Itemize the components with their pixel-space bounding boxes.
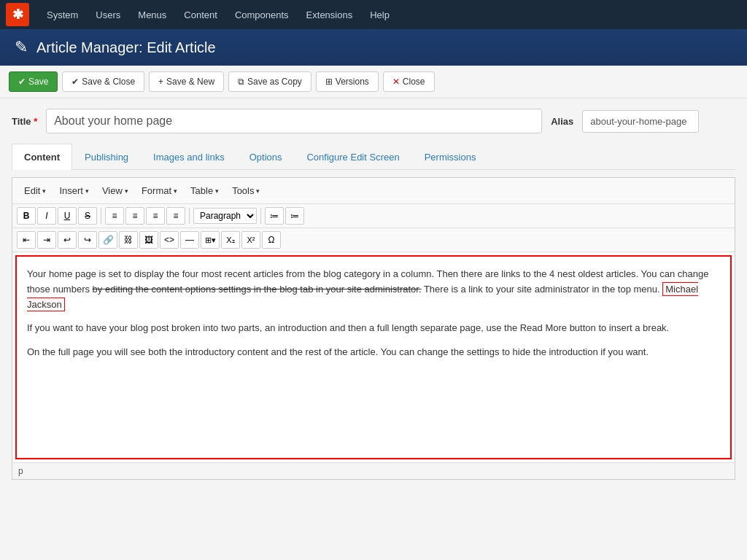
editor-toolbar-row1: B I U S ≡ ≡ ≡ ≡ Paragraph Heading 1 Head… bbox=[12, 204, 735, 228]
tools-menu-chevron: ▾ bbox=[256, 187, 260, 195]
indent-left-button[interactable]: ⇤ bbox=[17, 231, 36, 249]
edit-menu-chevron: ▾ bbox=[42, 187, 46, 195]
insert-menu-chevron: ▾ bbox=[85, 187, 89, 195]
redo-button[interactable]: ↪ bbox=[78, 231, 97, 249]
nav-help[interactable]: Help bbox=[361, 0, 398, 29]
nav-components[interactable]: Components bbox=[226, 0, 298, 29]
save-copy-button[interactable]: ⧉ Save as Copy bbox=[228, 71, 311, 92]
toolbar-sep-2 bbox=[189, 208, 190, 224]
page-header: ✎ Article Manager: Edit Article bbox=[0, 29, 747, 66]
content-area: Title * Alias Content Publishing Images … bbox=[0, 98, 747, 490]
format-menu-chevron: ▾ bbox=[174, 187, 177, 195]
editor-statusbar: p bbox=[12, 462, 735, 479]
superscript-button[interactable]: X² bbox=[241, 231, 260, 249]
alias-label: Alias bbox=[551, 116, 573, 127]
save-copy-label: Save as Copy bbox=[247, 77, 302, 87]
save-icon: ✔ bbox=[18, 77, 26, 87]
editor-paragraph-2: If you want to have your blog post broke… bbox=[27, 321, 720, 336]
italic-button[interactable]: I bbox=[37, 207, 56, 225]
undo-button[interactable]: ↩ bbox=[58, 231, 77, 249]
unlink-button[interactable]: ⛓ bbox=[119, 231, 138, 249]
unordered-list-button[interactable]: ≔ bbox=[265, 207, 284, 225]
toolbar-sep-3 bbox=[260, 208, 261, 224]
toolbar: ✔ Save ✔ Save & Close + Save & New ⧉ Sav… bbox=[0, 66, 747, 98]
editor-body[interactable]: Your home page is set to display the fou… bbox=[15, 255, 732, 459]
tab-content[interactable]: Content bbox=[12, 144, 72, 170]
tab-options[interactable]: Options bbox=[237, 144, 295, 170]
align-right-button[interactable]: ≡ bbox=[146, 207, 165, 225]
close-label: Close bbox=[403, 77, 425, 87]
editor-menu-format[interactable]: Format ▾ bbox=[136, 182, 183, 199]
save-close-button[interactable]: ✔ Save & Close bbox=[62, 71, 144, 92]
joomla-logo: ✱ bbox=[6, 3, 29, 26]
tab-publishing[interactable]: Publishing bbox=[72, 144, 141, 170]
editor-menu-tools[interactable]: Tools ▾ bbox=[226, 182, 266, 199]
editor-menu-edit[interactable]: Edit ▾ bbox=[18, 182, 52, 199]
nav-users[interactable]: Users bbox=[87, 0, 129, 29]
bold-button[interactable]: B bbox=[17, 207, 36, 225]
edit-icon: ✎ bbox=[15, 38, 28, 57]
strikethrough-text: by editing the content options settings … bbox=[93, 284, 422, 295]
editor-menu-view[interactable]: View ▾ bbox=[96, 182, 134, 199]
link-button[interactable]: 🔗 bbox=[98, 231, 117, 249]
hr-button[interactable]: — bbox=[180, 231, 199, 249]
indent-right-button[interactable]: ⇥ bbox=[37, 231, 56, 249]
nav-content[interactable]: Content bbox=[175, 0, 226, 29]
image-button[interactable]: 🖼 bbox=[139, 231, 158, 249]
versions-icon: ⊞ bbox=[325, 77, 333, 87]
editor-menubar: Edit ▾ Insert ▾ View ▾ Format ▾ Table ▾ … bbox=[12, 178, 735, 204]
strikethrough-button[interactable]: S bbox=[78, 207, 97, 225]
nav-extensions[interactable]: Extensions bbox=[298, 0, 362, 29]
table-insert-button[interactable]: ⊞▾ bbox=[201, 231, 220, 249]
special-chars-button[interactable]: Ω bbox=[262, 231, 281, 249]
nav-system[interactable]: System bbox=[38, 0, 87, 29]
title-label: Title * bbox=[12, 116, 37, 127]
save-new-label: Save & New bbox=[166, 77, 214, 87]
editor-container: Edit ▾ Insert ▾ View ▾ Format ▾ Table ▾ … bbox=[12, 177, 735, 480]
save-new-button[interactable]: + Save & New bbox=[149, 71, 224, 92]
alias-input[interactable] bbox=[582, 110, 699, 133]
editor-paragraph-3: On the full page you will see both the i… bbox=[27, 345, 720, 360]
close-icon: ✕ bbox=[392, 77, 400, 87]
editor-toolbar-row2: ⇤ ⇥ ↩ ↪ 🔗 ⛓ 🖼 <> — ⊞▾ X₂ X² Ω bbox=[12, 228, 735, 252]
save-new-icon: + bbox=[158, 77, 163, 87]
paragraph-select[interactable]: Paragraph Heading 1 Heading 2 bbox=[193, 208, 257, 224]
table-menu-chevron: ▾ bbox=[215, 187, 219, 195]
editor-menu-insert[interactable]: Insert ▾ bbox=[53, 182, 95, 199]
save-button[interactable]: ✔ Save bbox=[9, 71, 58, 92]
top-navigation: ✱ System Users Menus Content Components … bbox=[0, 0, 747, 29]
tab-permissions[interactable]: Permissions bbox=[412, 144, 489, 170]
align-left-button[interactable]: ≡ bbox=[105, 207, 124, 225]
editor-menu-table[interactable]: Table ▾ bbox=[185, 182, 225, 199]
editor-paragraph-1: Your home page is set to display the fou… bbox=[27, 267, 720, 312]
toolbar-sep-1 bbox=[101, 208, 101, 224]
versions-label: Versions bbox=[336, 77, 369, 87]
statusbar-text: p bbox=[18, 466, 23, 476]
title-row: Title * Alias bbox=[12, 109, 735, 133]
nav-menus[interactable]: Menus bbox=[129, 0, 175, 29]
subscript-button[interactable]: X₂ bbox=[221, 231, 240, 249]
code-button[interactable]: <> bbox=[160, 231, 179, 249]
page-title: Article Manager: Edit Article bbox=[36, 39, 216, 56]
required-marker: * bbox=[34, 116, 37, 127]
align-center-button[interactable]: ≡ bbox=[125, 207, 144, 225]
underline-button[interactable]: U bbox=[58, 207, 77, 225]
ordered-list-button[interactable]: ≔ bbox=[285, 207, 304, 225]
close-button[interactable]: ✕ Close bbox=[383, 71, 435, 92]
save-close-icon: ✔ bbox=[71, 77, 79, 87]
tab-images-links[interactable]: Images and links bbox=[141, 144, 237, 170]
tab-configure-edit-screen[interactable]: Configure Edit Screen bbox=[294, 144, 411, 170]
title-input[interactable] bbox=[46, 109, 542, 133]
versions-button[interactable]: ⊞ Versions bbox=[316, 71, 379, 92]
align-justify-button[interactable]: ≡ bbox=[166, 207, 185, 225]
tab-bar: Content Publishing Images and links Opti… bbox=[12, 144, 735, 170]
save-close-label: Save & Close bbox=[82, 77, 135, 87]
save-copy-icon: ⧉ bbox=[238, 77, 244, 87]
save-label: Save bbox=[28, 77, 48, 87]
view-menu-chevron: ▾ bbox=[125, 187, 128, 195]
